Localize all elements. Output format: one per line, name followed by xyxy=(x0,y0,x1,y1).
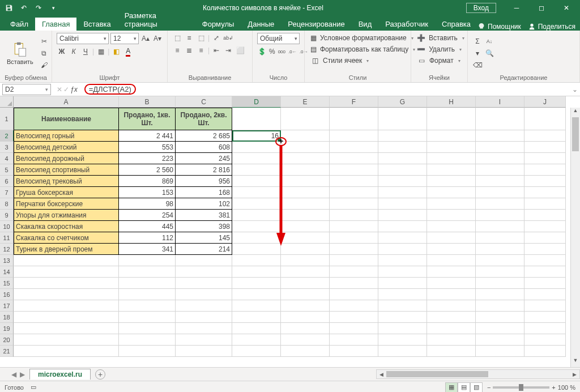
cell[interactable] xyxy=(119,334,176,346)
cell[interactable] xyxy=(476,323,524,334)
align-left-icon[interactable]: ≡ xyxy=(172,45,182,56)
cell[interactable] xyxy=(476,210,524,221)
cell[interactable] xyxy=(176,255,232,266)
orientation-icon[interactable]: ⤢ xyxy=(211,33,221,43)
cell[interactable] xyxy=(232,187,281,198)
row-header[interactable]: 16 xyxy=(0,289,14,300)
cell[interactable] xyxy=(281,323,330,334)
cut-icon[interactable]: ✂ xyxy=(39,36,49,46)
tab-file[interactable]: Файл xyxy=(3,18,35,31)
cell[interactable]: Велосипед горный xyxy=(14,130,119,142)
column-header-B[interactable]: B xyxy=(119,96,176,108)
cell[interactable] xyxy=(524,312,566,323)
cell[interactable]: 98 xyxy=(119,198,176,210)
tab-next-icon[interactable]: ▶ xyxy=(20,370,25,378)
cell[interactable] xyxy=(378,346,427,357)
cell[interactable] xyxy=(14,323,119,334)
align-center-icon[interactable]: ≣ xyxy=(184,45,194,56)
sort-filter-icon[interactable]: A↓ xyxy=(484,36,494,46)
cell[interactable] xyxy=(281,312,330,323)
cell[interactable]: Упоры для отжимания xyxy=(14,210,119,221)
cell[interactable] xyxy=(476,108,524,130)
cell[interactable] xyxy=(476,130,524,142)
row-header[interactable]: 9 xyxy=(0,210,14,221)
format-cells[interactable]: ▭Формат xyxy=(416,56,463,66)
cell[interactable]: Велосипед трековый xyxy=(14,176,119,187)
cell[interactable] xyxy=(14,346,119,357)
row-header[interactable]: 7 xyxy=(0,187,14,198)
column-header-J[interactable]: J xyxy=(524,96,566,108)
cell[interactable] xyxy=(232,323,281,334)
paste-button[interactable]: Вставить xyxy=(5,40,36,66)
cell[interactable] xyxy=(14,278,119,289)
cell[interactable]: 145 xyxy=(176,232,232,244)
cell[interactable] xyxy=(378,232,427,244)
cell[interactable] xyxy=(476,289,524,300)
cell[interactable] xyxy=(476,278,524,289)
cell[interactable] xyxy=(330,210,378,221)
cell[interactable] xyxy=(14,289,119,300)
cell[interactable] xyxy=(524,108,566,130)
row-header[interactable]: 11 xyxy=(0,232,14,244)
cell[interactable] xyxy=(427,153,476,164)
clear-icon[interactable]: ⌫ xyxy=(472,60,483,70)
sheet-tab[interactable]: microexcel.ru xyxy=(29,369,91,380)
cell[interactable] xyxy=(427,221,476,232)
number-format-combo[interactable]: Общий xyxy=(257,33,300,44)
page-break-view-icon[interactable]: ▧ xyxy=(470,382,483,393)
tell-me[interactable]: Помощник xyxy=(477,23,521,31)
cell[interactable]: Скакалка со счетчиком xyxy=(14,232,119,244)
cell[interactable] xyxy=(524,210,566,221)
cell[interactable] xyxy=(524,255,566,266)
cell[interactable] xyxy=(524,198,566,210)
cell[interactable]: 2 685 xyxy=(176,130,232,142)
row-header[interactable]: 21 xyxy=(0,346,14,357)
cell[interactable] xyxy=(427,232,476,244)
enter-formula-icon[interactable]: ✓ xyxy=(63,86,69,93)
cell[interactable] xyxy=(232,334,281,346)
qat-customize-icon[interactable]: ▾ xyxy=(46,2,60,14)
cell[interactable] xyxy=(427,266,476,278)
row-header[interactable]: 17 xyxy=(0,300,14,312)
cell-styles[interactable]: ◫Стили ячеек xyxy=(309,56,406,66)
cell[interactable] xyxy=(427,198,476,210)
cell[interactable]: 168 xyxy=(176,187,232,198)
cell[interactable] xyxy=(330,108,378,130)
cell[interactable] xyxy=(476,187,524,198)
cell[interactable] xyxy=(378,153,427,164)
align-bottom-icon[interactable]: ⬚ xyxy=(196,33,206,43)
cell[interactable] xyxy=(119,323,176,334)
cell[interactable] xyxy=(119,346,176,357)
align-right-icon[interactable]: ≡ xyxy=(196,45,206,56)
horizontal-scrollbar[interactable]: ◀▶ xyxy=(376,369,580,379)
cell[interactable] xyxy=(524,334,566,346)
cell[interactable] xyxy=(476,312,524,323)
column-header-H[interactable]: H xyxy=(427,96,476,108)
format-painter-icon[interactable]: 🖌 xyxy=(39,60,49,70)
cell[interactable]: 341 xyxy=(119,244,176,255)
save-icon[interactable] xyxy=(2,2,16,14)
tab-pagelayout[interactable]: Разметка страницы xyxy=(118,9,195,31)
align-middle-icon[interactable]: ≡ xyxy=(184,33,194,43)
normal-view-icon[interactable]: ▦ xyxy=(445,382,458,393)
cell[interactable]: Продано, 2кв. Шт. xyxy=(176,108,232,130)
cell[interactable] xyxy=(281,176,330,187)
cell[interactable] xyxy=(281,278,330,289)
cell[interactable] xyxy=(281,300,330,312)
format-as-table[interactable]: ▤Форматировать как таблицу xyxy=(309,44,406,54)
formula-input[interactable]: =ДЛСТР(A2) xyxy=(81,84,570,95)
cell[interactable] xyxy=(330,187,378,198)
insert-cells[interactable]: ➕Вставить xyxy=(416,33,463,43)
cell[interactable] xyxy=(232,346,281,357)
cell[interactable] xyxy=(330,278,378,289)
cell[interactable] xyxy=(378,221,427,232)
row-header[interactable]: 10 xyxy=(0,221,14,232)
row-header[interactable]: 8 xyxy=(0,198,14,210)
cell[interactable] xyxy=(427,130,476,142)
cell[interactable] xyxy=(476,142,524,153)
insert-function-icon[interactable]: ƒx xyxy=(70,86,78,93)
cell[interactable]: Наименование xyxy=(14,108,119,130)
column-header-G[interactable]: G xyxy=(378,96,427,108)
row-header[interactable]: 18 xyxy=(0,312,14,323)
increase-decimal-icon[interactable]: .0← xyxy=(288,46,297,57)
